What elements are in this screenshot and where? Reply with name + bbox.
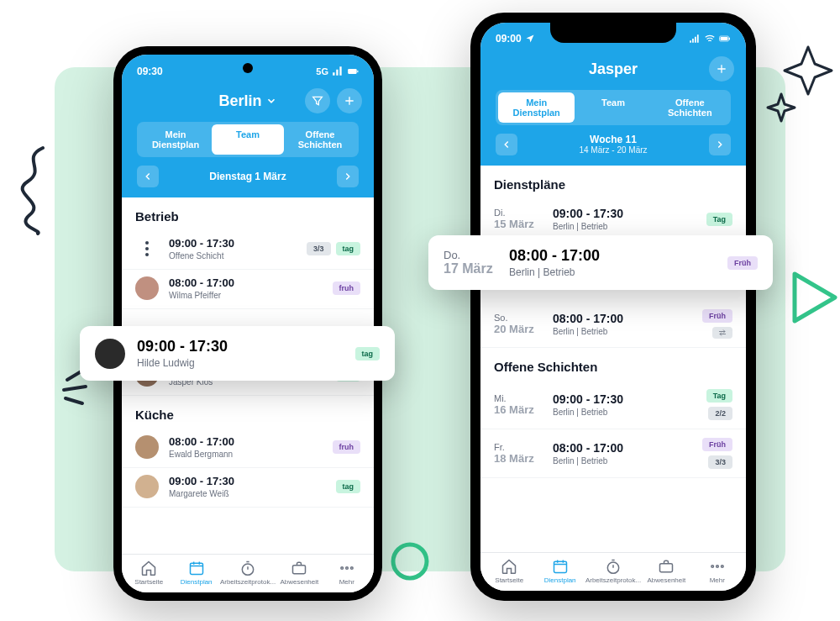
week-day: 20 März [494,323,541,335]
highlighted-week-card[interactable]: Do. 17 März 08:00 - 17:00 Berlin | Betri… [428,235,773,290]
shift-time: 09:00 - 17:30 [553,392,695,406]
tab-abwesenheit[interactable]: Abwesenheit [641,558,691,584]
week-item-date: Do. 17 März [444,249,497,276]
tab-abwesenheit[interactable]: Abwesenheit [276,560,323,586]
tag-badge: tag [336,480,361,493]
week-item[interactable]: Di. 15 März 09:00 - 17:30 Berlin | Betri… [480,198,746,240]
seg-mein-dienstplan[interactable]: Mein Dienstplan [498,92,575,123]
week-next-button[interactable] [709,134,731,155]
week-list[interactable]: Dienstpläne Di. 15 März 09:00 - 17:30 Be… [480,166,746,552]
phone-android: 09:30 5G Berlin [113,46,382,601]
decoration-circle [386,538,433,585]
chevron-down-icon [265,95,277,107]
tab-label: Abwesenheit [280,578,318,586]
tab-label: Startseite [495,576,523,584]
shift-subtitle: Ewald Bergmann [169,450,323,459]
battery-icon [347,66,359,77]
shift-time: 09:00 - 17:30 [137,338,344,355]
briefcase-icon [658,558,675,575]
tab-dienstplan[interactable]: Dienstplan [172,560,219,586]
section-title: Küche [122,396,374,429]
shift-subtitle: Berlin | Betrieb [553,222,695,231]
week-title: Woche 11 [579,134,647,145]
status-network: 5G [316,66,328,76]
tag-badge: Früh [702,438,732,451]
date-prev-button[interactable] [137,166,159,187]
tab-label: Dienstplan [181,578,213,586]
tab-mehr[interactable]: Mehr [323,560,370,586]
tab-arbeitszeit[interactable]: Arbeitszeitprotok... [585,558,641,584]
status-time: 09:30 [137,66,163,77]
chevron-left-icon [142,171,154,182]
status-time: 09:00 [496,33,522,45]
section-title: Betrieb [122,197,374,230]
shift-time: 09:00 - 17:30 [169,237,297,250]
shift-subtitle: Hilde Ludwig [137,357,344,369]
chevron-left-icon [501,139,512,150]
decoration-triangle [790,269,840,328]
tag-badge: Früh [702,309,732,323]
current-date-label[interactable]: Dienstag 1 März [209,171,286,182]
date-next-button[interactable] [337,166,359,187]
week-item[interactable]: Mi. 16 März 09:00 - 17:30 Berlin | Betri… [480,381,746,429]
shift-subtitle: Berlin | Betrieb [509,266,716,278]
seg-offene-schichten[interactable]: Offene Schichten [284,124,356,155]
seg-mein-dienstplan[interactable]: Mein Dienstplan [139,124,212,155]
svg-line-2 [66,398,82,403]
seg-team[interactable]: Team [212,124,284,155]
seg-team[interactable]: Team [575,92,651,123]
week-prev-button[interactable] [496,134,517,155]
plus-icon [343,94,356,108]
chevron-right-icon [714,139,726,150]
tag-badge: fruh [333,282,361,295]
tab-arbeitszeit[interactable]: Arbeitszeitprotok... [220,560,276,586]
tag-badge: tag [336,242,361,255]
tag-badge: Früh [727,256,758,270]
shift-subtitle: Wilma Pfeiffer [169,291,323,300]
shift-item[interactable]: 09:00 - 17:30 Margarete Weiß tag [122,468,374,508]
tab-mehr[interactable]: Mehr [692,558,743,584]
shift-time: 08:00 - 17:00 [509,247,716,265]
seg-offene-schichten[interactable]: Offene Schichten [652,92,728,123]
svg-point-9 [341,567,344,570]
tab-label: Arbeitszeitprotok... [585,576,641,584]
tab-startseite[interactable]: Startseite [125,560,172,586]
svg-line-1 [64,387,86,390]
svg-rect-4 [348,69,357,74]
calendar-icon [552,558,569,575]
decoration-squiggle [13,143,51,235]
add-button[interactable] [709,56,734,82]
shift-subtitle: Berlin | Betrieb [553,408,695,417]
plus-icon [715,62,728,76]
shift-subtitle: Berlin | Betrieb [553,327,690,336]
svg-point-10 [345,567,348,570]
shift-time: 09:00 - 17:30 [169,475,326,487]
week-item[interactable]: Fr. 18 März 08:00 - 17:00 Berlin | Betri… [480,429,746,478]
app-header: Berlin Mein Dienstplan Team Offene Schic… [122,82,374,197]
view-segmented-control: Mein Dienstplan Team Offene Schichten [496,90,731,125]
android-camera-punch [243,63,253,73]
svg-point-3 [393,545,427,578]
shift-item[interactable]: 08:00 - 17:00 Wilma Pfeiffer fruh [122,270,374,309]
highlighted-shift-card[interactable]: 09:00 - 17:30 Hilde Ludwig tag [80,326,395,381]
more-icon [709,558,726,575]
location-selector[interactable]: Berlin [218,92,276,110]
shift-subtitle: Margarete Weiß [169,489,326,498]
week-item[interactable]: So. 20 März 08:00 - 17:00 Berlin | Betri… [480,301,746,348]
location-title: Berlin [218,92,261,110]
shift-item[interactable]: 08:00 - 17:00 Ewald Bergmann fruh [122,429,374,468]
tag-badge: Tag [706,213,732,226]
count-badge: 3/3 [708,455,732,469]
shift-time: 09:00 - 17:30 [553,207,695,220]
tab-startseite[interactable]: Startseite [484,558,534,584]
tab-dienstplan[interactable]: Dienstplan [534,558,585,584]
shift-time: 08:00 - 17:00 [169,276,323,289]
svg-point-11 [350,567,353,570]
filter-button[interactable] [305,88,330,113]
week-dow: Mi. [494,393,541,403]
shift-time: 08:00 - 17:00 [169,435,323,448]
tag-badge: Tag [706,389,732,403]
shift-item-open[interactable]: 09:00 - 17:30 Offene Schicht 3/3 tag [122,230,374,270]
avatar [95,339,125,369]
add-button[interactable] [337,88,362,113]
